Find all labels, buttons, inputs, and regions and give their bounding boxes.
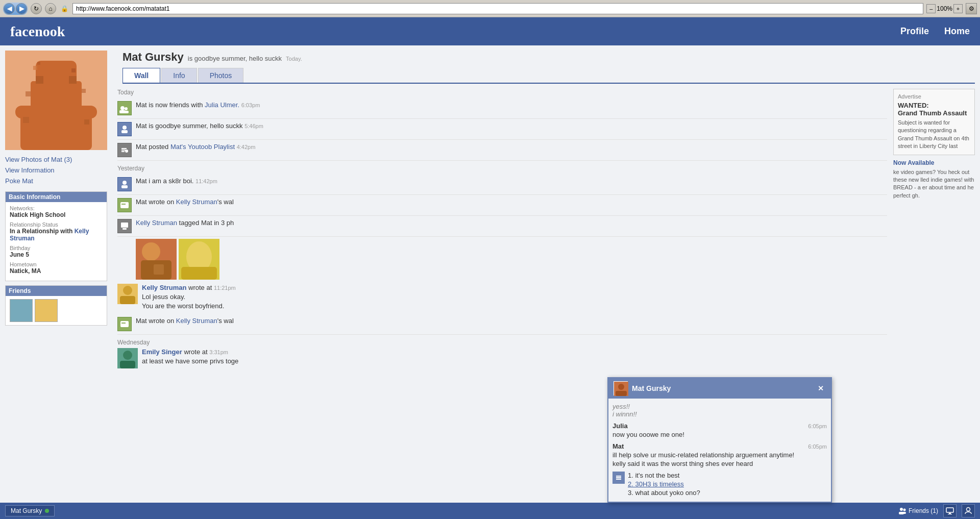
svg-rect-14	[23, 117, 29, 123]
zoom-out-button[interactable]: –	[926, 4, 936, 13]
feed-text-wrote-wall-2: Mat wrote on Kelly Struman's wal	[136, 317, 234, 325]
lock-icon: 🔒	[59, 3, 69, 14]
mat-time: 6:05pm	[808, 443, 827, 450]
feed-time-sk8r: 11:42pm	[195, 178, 217, 184]
emily-post-time: 3:31pm	[209, 349, 228, 355]
ad-body-2: ke video games? You heck out these new l…	[893, 168, 975, 200]
svg-point-25	[125, 150, 128, 153]
birthday-value: June 5	[10, 251, 103, 258]
yesterday-label: Yesterday	[117, 165, 887, 172]
svg-rect-10	[37, 62, 40, 65]
svg-point-40	[123, 286, 132, 295]
chat-self-text-2: i winnn!!	[612, 410, 827, 418]
svg-rect-29	[121, 204, 126, 205]
feed-item-friends: Mat is now friends with Julia Ulmer. 6:0…	[117, 98, 887, 119]
friend-avatar-2	[35, 299, 58, 322]
networks-value: Natick High School	[10, 211, 103, 218]
photo-thumb-2[interactable]	[179, 239, 219, 280]
tab-info[interactable]: Info	[161, 68, 197, 83]
refresh-button[interactable]: ↻	[31, 3, 42, 14]
home-button[interactable]: ⌂	[45, 3, 56, 14]
playlist-icon	[117, 143, 132, 157]
emily-author: Emily Singer	[142, 348, 182, 356]
playlist-link[interactable]: Mat's Youtoob Playlist	[170, 143, 235, 151]
relationship-text: In a Relationship with	[10, 228, 72, 235]
svg-rect-27	[121, 185, 128, 188]
svg-rect-4	[36, 76, 43, 84]
chat-self-text-1: yess!!	[612, 403, 827, 410]
kelly-author: Kelly Struman	[142, 284, 186, 291]
chat-close-button[interactable]: ✕	[816, 384, 826, 392]
chat-msg-julia: Julia 6:05pm now you ooowe me one!	[612, 422, 827, 438]
svg-rect-52	[616, 479, 621, 480]
feed-text-tagged: Kelly Struman tagged Mat in 3 ph	[136, 219, 234, 227]
tab-wall[interactable]: Wall	[122, 68, 160, 83]
chat-list-item-3: 3. what about yoko ono?	[628, 489, 700, 497]
tagged-icon	[117, 219, 132, 233]
svg-point-48	[618, 384, 624, 390]
wall-feed: Today Mat is now friends w	[117, 89, 887, 373]
birthday-label: Birthday	[10, 245, 103, 251]
svg-rect-5	[69, 76, 77, 84]
ad-title: WANTED:	[898, 102, 970, 109]
svg-rect-49	[616, 391, 627, 396]
svg-rect-38	[181, 267, 217, 280]
view-photos-link[interactable]: View Photos of Mat (3)	[5, 154, 107, 165]
svg-rect-41	[120, 296, 135, 304]
friends-box: Friends	[5, 285, 107, 326]
status-icon	[117, 122, 132, 136]
url-bar[interactable]	[72, 3, 923, 14]
site-header: facenook Profile Home	[0, 17, 980, 45]
wrote-wall-icon	[117, 198, 132, 212]
svg-rect-30	[121, 223, 128, 228]
tab-photos[interactable]: Photos	[198, 68, 244, 83]
ad-body: Subject is wanted for questioning regard…	[898, 119, 970, 151]
basic-info-box: Basic Information Networks: Natick High …	[5, 191, 107, 281]
header-profile-link[interactable]: Profile	[900, 26, 929, 37]
header-home-link[interactable]: Home	[944, 26, 970, 37]
feed-time-playlist: 4:42pm	[237, 144, 256, 150]
poke-link[interactable]: Poke Mat	[5, 176, 107, 186]
chat-popup: Mat Gursky ✕ yess!! i winnn!! Julia 6:05…	[607, 377, 832, 503]
zoom-in-button[interactable]: +	[953, 4, 963, 13]
chat-options-icon	[612, 472, 625, 484]
svg-rect-35	[154, 264, 164, 275]
emily-avatar	[117, 348, 138, 368]
zoom-level: 100%	[937, 5, 952, 12]
svg-rect-23	[121, 150, 126, 151]
kelly-wrote-at: wrote at	[188, 284, 214, 291]
wall-content: Today Mat is now friends w	[117, 89, 975, 373]
forward-button[interactable]: ▶	[16, 3, 27, 14]
svg-point-45	[123, 351, 132, 360]
hometown-label: Hometown	[10, 261, 103, 267]
kelly-link-2[interactable]: Kelly Struman	[136, 219, 177, 227]
emily-wrote-at: wrote at	[184, 348, 209, 356]
kelly-link-3[interactable]: Kelly Struman	[176, 317, 217, 325]
wednesday-label: Wednesday	[117, 339, 887, 346]
feed-text-sk8r: Mat i am a sk8r boi. 11:42pm	[136, 177, 217, 185]
browser-settings-button[interactable]: ⚙	[966, 3, 977, 14]
chat-list: 1. it's not the best 2. 30H3 is timeless…	[628, 472, 700, 498]
feed-text-emily-post: Emily Singer wrote at 3:31pm at least we…	[142, 348, 238, 368]
svg-rect-31	[122, 228, 127, 230]
svg-rect-17	[125, 107, 128, 110]
profile-tabs: Wall Info Photos	[122, 68, 975, 84]
svg-rect-13	[82, 89, 86, 93]
chat-body: yess!! i winnn!! Julia 6:05pm now you oo…	[608, 399, 831, 502]
back-button[interactable]: ◀	[4, 3, 15, 14]
mat-text-2: kelly said it was the worst thing shes e…	[612, 460, 827, 467]
left-sidebar: View Photos of Mat (3) View Information …	[0, 45, 112, 378]
friend-avatar-1	[10, 299, 33, 322]
kelly-link-1[interactable]: Kelly Struman	[176, 198, 217, 206]
emily-post-text: at least we have some privs toge	[142, 357, 238, 365]
chat-list-item-2[interactable]: 2. 30H3 is timeless	[628, 480, 700, 488]
feed-text-kelly-post: Kelly Struman wrote at 11:21pm Lol jesus…	[142, 284, 236, 310]
kelly-post-line2: You are the worst boyfriend.	[142, 302, 236, 310]
photo-thumb-1[interactable]	[136, 239, 177, 280]
sk8r-icon	[117, 177, 132, 191]
svg-rect-19	[124, 111, 129, 113]
feed-item-playlist: Mat posted Mat's Youtoob Playlist 4:42pm	[117, 140, 887, 161]
julia-link[interactable]: Julia Ulmer.	[205, 101, 239, 109]
view-information-link[interactable]: View Information	[5, 165, 107, 176]
profile-picture	[5, 51, 107, 150]
